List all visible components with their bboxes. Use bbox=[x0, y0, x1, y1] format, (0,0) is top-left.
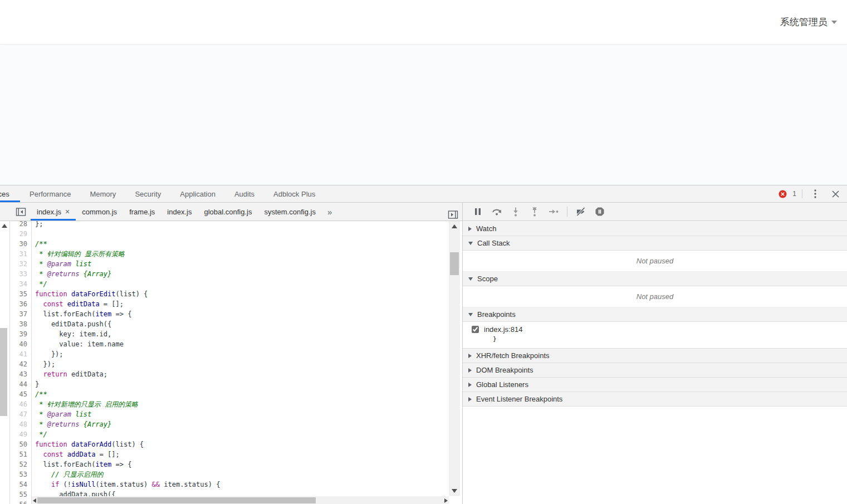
code-line[interactable]: } bbox=[32, 379, 39, 389]
code-line[interactable] bbox=[32, 229, 35, 239]
hide-navigator-icon[interactable] bbox=[15, 204, 26, 219]
tab-sources-truncated[interactable]: Sources bbox=[0, 185, 20, 202]
section-header-scope[interactable]: Scope bbox=[463, 272, 847, 286]
section-header-global-listeners[interactable]: Global Listeners bbox=[463, 378, 847, 392]
code-line[interactable]: key: item.id, bbox=[32, 329, 111, 339]
step-into-icon[interactable] bbox=[507, 204, 524, 219]
file-tab-index.js[interactable]: index.js× bbox=[31, 203, 76, 221]
code-line[interactable]: function dataForAdd(list) { bbox=[32, 439, 144, 449]
code-line[interactable]: * 针对编辑的 显示所有策略 bbox=[32, 249, 125, 259]
line-number[interactable]: 56 bbox=[10, 500, 32, 504]
line-number[interactable]: 32 bbox=[10, 259, 32, 269]
code-line[interactable]: return editData; bbox=[32, 369, 107, 379]
line-number[interactable]: 47 bbox=[10, 409, 32, 419]
code-line[interactable]: function dataForEdit(list) { bbox=[32, 289, 148, 299]
pause-script-icon[interactable] bbox=[469, 204, 486, 219]
code-line[interactable]: * @returns {Array} bbox=[32, 419, 111, 429]
line-number[interactable]: 48 bbox=[10, 419, 32, 429]
section-header-event-listener-breakpoints[interactable]: Event Listener Breakpoints bbox=[463, 392, 847, 407]
main-tab-performance[interactable]: Performance bbox=[20, 185, 80, 202]
file-tab-common.js[interactable]: common.js bbox=[76, 203, 123, 221]
line-number[interactable]: 33 bbox=[10, 269, 32, 279]
code-line[interactable]: const addData = []; bbox=[32, 449, 120, 459]
file-tab-index.js[interactable]: index.js bbox=[161, 203, 198, 221]
line-number[interactable]: 31 bbox=[10, 249, 32, 259]
section-header-call-stack[interactable]: Call Stack bbox=[463, 236, 847, 251]
show-navigator-right-icon[interactable] bbox=[447, 207, 459, 222]
deactivate-breakpoints-icon[interactable] bbox=[572, 204, 589, 219]
code-line[interactable]: /** bbox=[32, 239, 47, 249]
line-number[interactable]: 40 bbox=[10, 339, 32, 349]
scroll-down-icon[interactable] bbox=[452, 489, 457, 493]
breakpoint-checkbox[interactable] bbox=[472, 326, 479, 333]
line-number[interactable]: 39 bbox=[10, 329, 32, 339]
line-number[interactable]: 53 bbox=[10, 469, 32, 479]
file-tab-system.config.js[interactable]: system.config.js bbox=[258, 203, 321, 221]
line-number[interactable]: 44 bbox=[10, 379, 32, 389]
main-tab-memory[interactable]: Memory bbox=[80, 185, 125, 202]
pause-on-exceptions-icon[interactable] bbox=[591, 204, 608, 219]
kebab-menu-icon[interactable] bbox=[808, 187, 822, 201]
code-line[interactable]: if (!isNull(item.status) && item.status)… bbox=[32, 479, 220, 490]
line-number[interactable]: 43 bbox=[10, 369, 32, 379]
section-header-dom-breakpoints[interactable]: DOM Breakpoints bbox=[463, 363, 847, 378]
line-number[interactable]: 45 bbox=[10, 389, 32, 399]
code-line[interactable]: * @returns {Array} bbox=[32, 269, 111, 279]
code-line[interactable]: }); bbox=[32, 359, 55, 369]
step-over-icon[interactable] bbox=[488, 204, 505, 219]
code-line[interactable]: const editData = []; bbox=[32, 299, 124, 309]
tab-close-icon[interactable]: × bbox=[65, 208, 70, 216]
code-line[interactable]: }); bbox=[32, 349, 63, 359]
code-line[interactable]: */ bbox=[32, 429, 47, 439]
scroll-up-icon[interactable] bbox=[2, 224, 7, 228]
line-number[interactable]: 30 bbox=[10, 239, 32, 249]
vertical-scrollbar-thumb[interactable] bbox=[450, 252, 459, 275]
line-number[interactable]: 36 bbox=[10, 299, 32, 309]
scroll-right-icon[interactable] bbox=[444, 498, 448, 503]
line-number[interactable]: 34 bbox=[10, 279, 32, 289]
line-number[interactable]: 37 bbox=[10, 309, 32, 319]
step-icon[interactable] bbox=[545, 204, 562, 219]
line-number[interactable]: 54 bbox=[10, 479, 32, 490]
tab-overflow-chevrons[interactable]: » bbox=[322, 207, 337, 217]
close-icon[interactable] bbox=[828, 187, 843, 201]
code-line[interactable]: list.forEach(item => { bbox=[32, 309, 131, 319]
source-editor[interactable]: 28};2930/**31 * 针对编辑的 显示所有策略32 * @param … bbox=[0, 221, 462, 504]
code-line[interactable]: * @param list bbox=[32, 409, 91, 419]
section-header-breakpoints[interactable]: Breakpoints bbox=[463, 307, 847, 322]
left-scrollbar-thumb[interactable] bbox=[0, 328, 7, 416]
main-tab-audits[interactable]: Audits bbox=[225, 185, 264, 202]
editor-horizontal-scrollbar[interactable] bbox=[32, 496, 449, 504]
code-line[interactable]: /** bbox=[32, 389, 47, 399]
line-number[interactable]: 28 bbox=[10, 221, 32, 229]
line-number[interactable]: 51 bbox=[10, 449, 32, 459]
line-number[interactable]: 55 bbox=[10, 490, 32, 500]
main-tab-application[interactable]: Application bbox=[170, 185, 225, 202]
line-number[interactable]: 29 bbox=[10, 229, 32, 239]
line-number[interactable]: 50 bbox=[10, 439, 32, 449]
code-line[interactable]: * @param list bbox=[32, 259, 91, 269]
horizontal-scrollbar-thumb[interactable] bbox=[37, 497, 316, 503]
section-header-watch[interactable]: Watch bbox=[463, 222, 847, 236]
line-number[interactable]: 35 bbox=[10, 289, 32, 299]
code-line[interactable]: * 针对新增的只显示 启用的策略 bbox=[32, 399, 138, 409]
editor-vertical-scrollbar[interactable] bbox=[449, 221, 460, 496]
line-number[interactable]: 49 bbox=[10, 429, 32, 439]
error-badge-icon[interactable] bbox=[775, 187, 790, 201]
line-number[interactable]: 52 bbox=[10, 459, 32, 469]
code-line[interactable]: list.forEach(item => { bbox=[32, 459, 131, 469]
code-line[interactable]: value: item.name bbox=[32, 339, 124, 349]
step-out-icon[interactable] bbox=[526, 204, 543, 219]
code-line[interactable]: editData.push({ bbox=[32, 319, 111, 329]
file-tab-frame.js[interactable]: frame.js bbox=[123, 203, 161, 221]
main-tab-security[interactable]: Security bbox=[125, 185, 170, 202]
scroll-left-icon[interactable] bbox=[33, 498, 36, 503]
main-tab-adblock-plus[interactable]: Adblock Plus bbox=[264, 185, 325, 202]
scroll-up-icon[interactable] bbox=[452, 224, 457, 228]
line-number[interactable]: 46 bbox=[10, 399, 32, 409]
line-number[interactable]: 41 bbox=[10, 349, 32, 359]
breakpoint-entry[interactable]: index.js:814 bbox=[472, 325, 847, 334]
line-number[interactable]: 42 bbox=[10, 359, 32, 369]
section-header-xhr-fetch-breakpoints[interactable]: XHR/fetch Breakpoints bbox=[463, 349, 847, 363]
code-line[interactable]: */ bbox=[32, 279, 47, 289]
